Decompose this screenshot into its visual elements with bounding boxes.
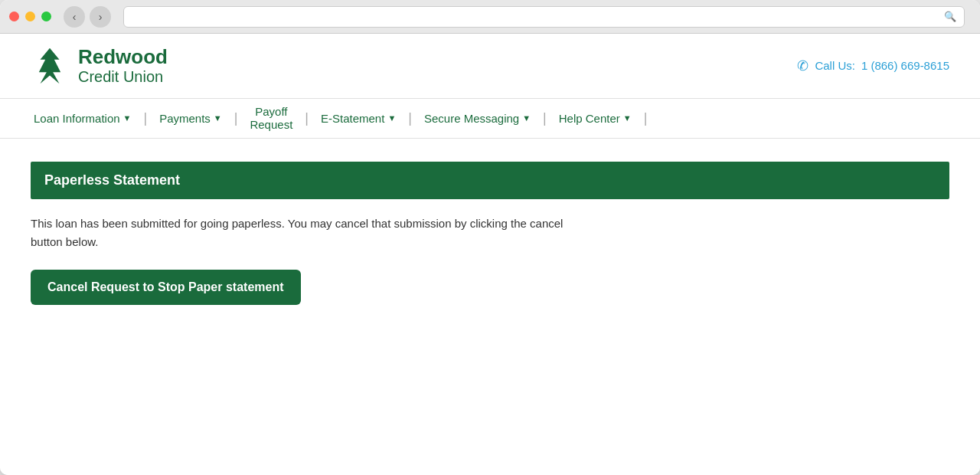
- nav-sep-5: |: [541, 110, 548, 126]
- nav-sep-3: |: [303, 110, 310, 126]
- logo-name-line2: Credit Union: [78, 68, 168, 86]
- phone-icon: ✆: [797, 57, 808, 74]
- site-nav: Loan Information ▼ | Payments ▼ | Payoff…: [0, 99, 980, 139]
- nav-item-payoff-request[interactable]: Payoff Request: [239, 98, 303, 138]
- nav-item-payments[interactable]: Payments ▼: [149, 98, 233, 138]
- browser-nav: ‹ ›: [64, 6, 111, 28]
- site-header: Redwood Credit Union ✆ Call Us: 1 (866) …: [0, 34, 980, 99]
- info-text: This loan has been submitted for going p…: [31, 215, 567, 251]
- page-content: Redwood Credit Union ✆ Call Us: 1 (866) …: [0, 34, 980, 475]
- cancel-request-button[interactable]: Cancel Request to Stop Paper statement: [31, 270, 301, 305]
- nav-label-payoff-line1: Payoff: [255, 105, 287, 118]
- browser-titlebar: ‹ › 🔍: [0, 0, 980, 34]
- phone-number: 1 (866) 669-8615: [861, 59, 949, 72]
- forward-button[interactable]: ›: [90, 6, 111, 28]
- nav-label-e-statement: E-Statement: [321, 112, 384, 125]
- logo-name-line1: Redwood: [78, 46, 168, 68]
- nav-label-help-center: Help Center: [559, 112, 620, 125]
- browser-window: ‹ › 🔍 Redwood Credit Union ✆ Call Us:: [0, 0, 980, 475]
- traffic-light-yellow[interactable]: [25, 11, 35, 21]
- dropdown-icon-payments: ▼: [214, 113, 222, 123]
- nav-sep-2: |: [233, 110, 240, 126]
- svg-marker-0: [39, 48, 60, 84]
- dropdown-icon-messaging: ▼: [522, 113, 531, 123]
- dropdown-icon-estate: ▼: [387, 113, 396, 123]
- nav-item-help-center[interactable]: Help Center ▼: [548, 98, 642, 138]
- logo-area: Redwood Credit Union: [31, 46, 168, 86]
- nav-label-secure-messaging: Secure Messaging: [424, 112, 519, 125]
- dropdown-icon-loan: ▼: [123, 113, 132, 123]
- address-bar[interactable]: 🔍: [123, 6, 965, 28]
- nav-sep-1: |: [142, 110, 149, 126]
- nav-item-loan-information[interactable]: Loan Information ▼: [23, 98, 142, 138]
- nav-label-payoff-line2: Request: [250, 118, 292, 131]
- nav-sep-4: |: [407, 110, 413, 126]
- section-title: Paperless Statement: [31, 162, 949, 199]
- phone-label: Call Us:: [815, 59, 855, 72]
- main-content: Paperless Statement This loan has been s…: [0, 139, 980, 328]
- search-icon: 🔍: [944, 11, 956, 22]
- traffic-light-green[interactable]: [41, 11, 51, 21]
- nav-items: Loan Information ▼ | Payments ▼ | Payoff…: [23, 98, 648, 138]
- nav-label-loan-information: Loan Information: [34, 112, 120, 125]
- contact-info: ✆ Call Us: 1 (866) 669-8615: [797, 57, 949, 74]
- logo-icon: [31, 47, 69, 85]
- nav-item-secure-messaging[interactable]: Secure Messaging ▼: [413, 98, 541, 138]
- nav-item-e-statement[interactable]: E-Statement ▼: [310, 98, 407, 138]
- back-button[interactable]: ‹: [64, 6, 85, 28]
- logo-text: Redwood Credit Union: [78, 46, 168, 86]
- traffic-light-red[interactable]: [9, 11, 19, 21]
- nav-sep-6: |: [642, 110, 649, 126]
- dropdown-icon-help: ▼: [623, 113, 632, 123]
- nav-label-payments: Payments: [159, 112, 211, 125]
